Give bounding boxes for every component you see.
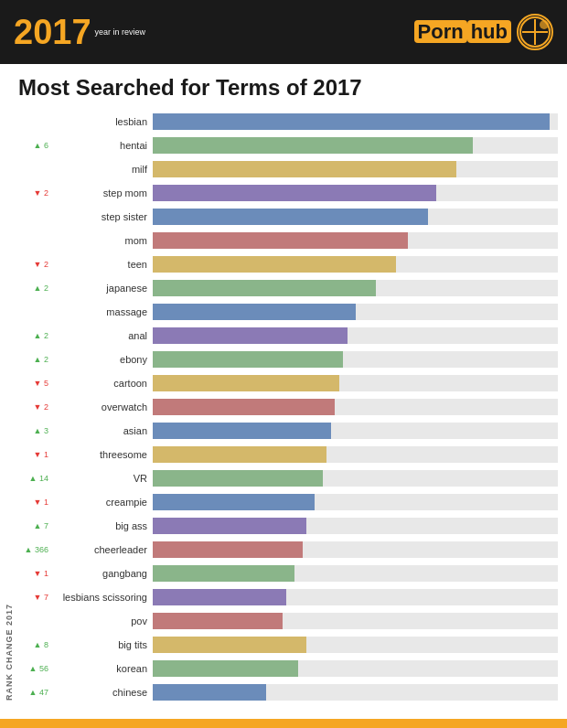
bar-row: ▼ 1threesome bbox=[14, 444, 558, 466]
bar-track bbox=[153, 375, 558, 391]
bar-label: lesbians scissoring bbox=[52, 592, 153, 603]
ph-hub-text: hub bbox=[467, 20, 511, 43]
bar-label: pov bbox=[52, 616, 153, 626]
bar-fill bbox=[153, 494, 315, 510]
rank-change: ▲ 56 bbox=[14, 664, 52, 673]
bar-fill bbox=[153, 256, 396, 273]
bar-label: overwatch bbox=[52, 401, 153, 412]
bar-fill bbox=[153, 446, 326, 463]
year-logo: 2017 year in review bbox=[14, 15, 145, 49]
bar-track bbox=[153, 232, 558, 249]
bar-label: japanese bbox=[52, 283, 153, 294]
bar-row: pov bbox=[14, 610, 558, 632]
rank-change: ▼ 5 bbox=[14, 379, 52, 388]
year-subtitle: year in review bbox=[95, 27, 146, 37]
bar-row: ▲ 366cheerleader bbox=[14, 539, 558, 561]
ph-icon bbox=[517, 14, 553, 50]
header: 2017 year in review Pornhub bbox=[0, 0, 567, 64]
bar-track bbox=[153, 446, 558, 463]
rank-change: ▲ 7 bbox=[14, 521, 52, 530]
y-axis-label: RANK CHANGE 2017 bbox=[5, 106, 14, 719]
bar-label: gangbang bbox=[52, 568, 153, 579]
bar-fill bbox=[153, 589, 286, 605]
bar-label: creampie bbox=[52, 497, 153, 508]
bar-track bbox=[153, 613, 558, 629]
bar-row: ▼ 2step mom bbox=[14, 182, 558, 204]
bar-label: teen bbox=[52, 259, 153, 270]
rank-change: ▲ 8 bbox=[14, 640, 52, 649]
bar-label: cheerleader bbox=[52, 544, 153, 555]
bar-label: chinese bbox=[52, 687, 153, 698]
rank-change: ▼ 1 bbox=[14, 498, 52, 507]
bar-row: ▲ 7big ass bbox=[14, 515, 558, 537]
pornhub-logo: Pornhub bbox=[414, 14, 553, 50]
bar-fill bbox=[153, 637, 306, 653]
rank-change: ▼ 1 bbox=[14, 450, 52, 459]
rank-change: ▲ 2 bbox=[14, 284, 52, 293]
bar-fill bbox=[153, 137, 473, 154]
bar-fill bbox=[153, 613, 283, 629]
bar-label: ebony bbox=[52, 354, 153, 365]
bar-row: ▼ 2teen bbox=[14, 253, 558, 275]
bar-label: threesome bbox=[52, 449, 153, 460]
bar-track bbox=[153, 256, 558, 273]
bar-label: korean bbox=[52, 663, 153, 674]
bar-fill bbox=[153, 660, 298, 677]
bar-row: ▼ 1creampie bbox=[14, 491, 558, 513]
bar-row: ▲ 2japanese bbox=[14, 277, 558, 299]
bar-label: hentai bbox=[52, 140, 153, 151]
bar-track bbox=[153, 327, 558, 344]
bar-row: ▼ 1gangbang bbox=[14, 562, 558, 584]
bar-fill bbox=[153, 232, 408, 249]
bar-track bbox=[153, 304, 558, 320]
bar-label: anal bbox=[52, 330, 153, 341]
bar-label: milf bbox=[52, 164, 153, 175]
bar-track bbox=[153, 399, 558, 415]
bar-track bbox=[153, 280, 558, 296]
rank-change: ▲ 2 bbox=[14, 331, 52, 340]
bar-row: mom bbox=[14, 230, 558, 252]
bar-track bbox=[153, 161, 558, 177]
bar-track bbox=[153, 541, 558, 558]
bar-track bbox=[153, 518, 558, 534]
bar-fill bbox=[153, 351, 343, 368]
bar-fill bbox=[153, 304, 356, 320]
rank-change: ▼ 2 bbox=[14, 188, 52, 198]
bar-row: step sister bbox=[14, 206, 558, 228]
year-number: 2017 bbox=[14, 15, 91, 49]
bar-row: ▲ 47chinese bbox=[14, 681, 558, 703]
ph-text: Pornhub bbox=[414, 20, 511, 44]
bar-track bbox=[153, 209, 558, 225]
bar-label: cartoon bbox=[52, 378, 153, 389]
bar-row: massage bbox=[14, 301, 558, 323]
svg-point-3 bbox=[540, 20, 549, 29]
bar-fill bbox=[153, 280, 376, 296]
bar-track bbox=[153, 470, 558, 487]
bar-fill bbox=[153, 423, 331, 439]
rank-change: ▲ 3 bbox=[14, 426, 52, 435]
bar-fill bbox=[153, 327, 348, 344]
rank-change: ▲ 47 bbox=[14, 688, 52, 697]
rank-change: ▼ 7 bbox=[14, 593, 52, 602]
footer: PORNHUB.COM/INSIGHTS bbox=[0, 719, 567, 728]
bar-row: lesbian bbox=[14, 111, 558, 133]
bar-label: big ass bbox=[52, 520, 153, 531]
bar-fill bbox=[153, 113, 550, 130]
bar-row: ▲ 8big tits bbox=[14, 634, 558, 656]
bar-row: ▼ 2overwatch bbox=[14, 396, 558, 418]
rank-change: ▼ 1 bbox=[14, 569, 52, 578]
bar-fill bbox=[153, 565, 294, 582]
rank-change: ▼ 2 bbox=[14, 402, 52, 412]
bar-track bbox=[153, 565, 558, 582]
bar-track bbox=[153, 351, 558, 368]
page-title: Most Searched for Terms of 2017 bbox=[0, 64, 567, 106]
bar-row: ▲ 6hentai bbox=[14, 134, 558, 156]
bar-track bbox=[153, 137, 558, 154]
bar-track bbox=[153, 113, 558, 130]
bar-fill bbox=[153, 470, 323, 487]
rank-change: ▲ 2 bbox=[14, 355, 52, 364]
bar-row: ▲ 56korean bbox=[14, 658, 558, 680]
rank-change: ▲ 366 bbox=[14, 545, 52, 554]
chart-body: lesbian▲ 6hentaimilf▼ 2step momstep sist… bbox=[14, 106, 558, 719]
rank-change: ▲ 14 bbox=[14, 474, 52, 483]
